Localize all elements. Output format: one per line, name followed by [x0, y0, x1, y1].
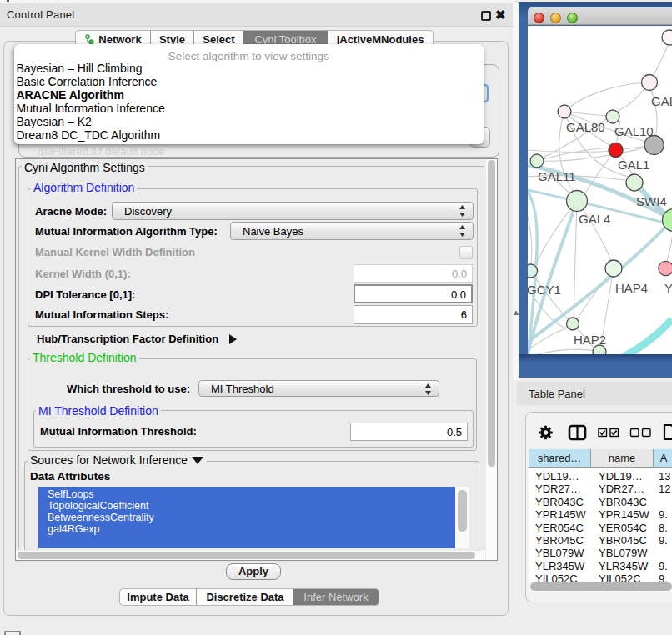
- svg-text:SWI4: SWI4: [636, 194, 667, 208]
- svg-text:Y: Y: [664, 281, 672, 295]
- svg-text:GCY1: GCY1: [528, 282, 561, 297]
- svg-text:GAL11: GAL11: [538, 169, 576, 183]
- svg-text:GAL1: GAL1: [618, 158, 649, 172]
- svg-text:HAP4: HAP4: [615, 281, 648, 295]
- svg-text:GAL10: GAL10: [614, 124, 654, 138]
- svg-text:GAL4: GAL4: [579, 212, 610, 226]
- svg-text:GAL80: GAL80: [566, 120, 605, 134]
- svg-text:HAP2: HAP2: [574, 332, 606, 347]
- svg-text:GAL2: GAL2: [651, 94, 672, 108]
